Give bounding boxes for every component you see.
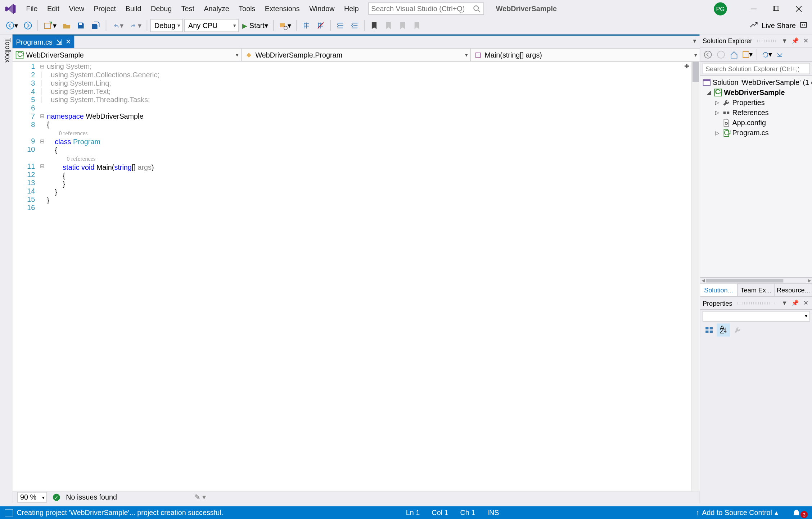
svg-rect-11 bbox=[79, 23, 82, 25]
se-tab-team[interactable]: Team Ex... bbox=[737, 284, 775, 296]
uncomment-button[interactable] bbox=[314, 19, 327, 32]
menu-view[interactable]: View bbox=[64, 2, 89, 15]
feedback-icon[interactable] bbox=[799, 21, 808, 29]
bookmark-next-button[interactable] bbox=[396, 19, 409, 32]
se-tab-solution[interactable]: Solution... bbox=[700, 284, 737, 296]
alphabetize-icon[interactable]: AZ bbox=[717, 323, 730, 336]
indent-button[interactable] bbox=[334, 19, 347, 32]
undo-button[interactable]: ▾ bbox=[109, 19, 126, 32]
toolbox-tab[interactable]: Toolbox bbox=[0, 35, 13, 504]
notifications-button[interactable]: 3 bbox=[792, 507, 808, 518]
redo-button[interactable]: ▾ bbox=[127, 19, 144, 32]
tree-references-node[interactable]: ▷ References bbox=[700, 108, 812, 118]
menu-help[interactable]: Help bbox=[339, 2, 364, 15]
pin-icon[interactable]: 📌 bbox=[791, 299, 799, 307]
menu-debug[interactable]: Debug bbox=[146, 2, 177, 15]
bookmark-button[interactable] bbox=[368, 19, 381, 32]
tree-properties-node[interactable]: ▷ Properties bbox=[700, 97, 812, 108]
outdent-button[interactable] bbox=[348, 19, 361, 32]
menu-project[interactable]: Project bbox=[89, 2, 121, 15]
properties-object-combo[interactable] bbox=[703, 311, 810, 322]
se-fwd-icon[interactable] bbox=[716, 49, 726, 60]
categorize-icon[interactable] bbox=[703, 323, 716, 336]
code-editor[interactable]: 12345678910111213141516 ⊟││││⊟ ⊟ ⊟ using… bbox=[13, 62, 700, 491]
csharp-file-icon: C# bbox=[722, 128, 730, 137]
main-toolbar: ▾ ▾ ▾ ▾ Debug Any CPU ▶Start ▾ ▾ Live Sh… bbox=[0, 17, 812, 35]
fold-gutter[interactable]: ⊟││││⊟ ⊟ ⊟ bbox=[40, 62, 47, 491]
menu-edit[interactable]: Edit bbox=[42, 2, 64, 15]
svg-text:C#: C# bbox=[724, 128, 730, 136]
open-file-button[interactable] bbox=[60, 19, 73, 32]
pencil-icon[interactable]: ✎ ▾ bbox=[194, 493, 206, 501]
platform-combo[interactable]: Any CPU bbox=[184, 19, 239, 32]
panel-close-icon[interactable]: ✕ bbox=[802, 299, 810, 307]
live-share-button[interactable]: Live Share bbox=[749, 21, 808, 29]
start-debug-button[interactable]: ▶Start ▾ bbox=[240, 19, 271, 32]
se-home-icon[interactable] bbox=[729, 49, 740, 60]
nav-back-button[interactable]: ▾ bbox=[4, 19, 20, 32]
panel-menu-icon[interactable]: ▼ bbox=[780, 36, 789, 45]
nav-fwd-button[interactable] bbox=[21, 19, 34, 32]
hscroll-right-icon[interactable]: ▶ bbox=[808, 278, 811, 283]
tree-appconfig-node[interactable]: App.config bbox=[700, 118, 812, 128]
save-all-button[interactable] bbox=[89, 19, 103, 32]
solution-explorer-search[interactable] bbox=[700, 62, 812, 76]
nav-class-combo[interactable]: WebDriverSample.Program bbox=[242, 49, 471, 61]
solution-tree[interactable]: Solution 'WebDriverSample' (1 of ◢ C# We… bbox=[700, 76, 812, 277]
menu-file[interactable]: File bbox=[21, 2, 42, 15]
nav-member-combo[interactable]: Main(string[] args) bbox=[471, 49, 699, 61]
svg-rect-3 bbox=[773, 6, 778, 11]
pin-icon[interactable]: ⇲ bbox=[56, 38, 62, 46]
output-icon[interactable] bbox=[5, 509, 13, 516]
quick-launch-input[interactable] bbox=[371, 4, 473, 13]
se-search-input[interactable] bbox=[703, 63, 810, 74]
menu-test[interactable]: Test bbox=[176, 2, 199, 15]
menu-extensions[interactable]: Extensions bbox=[260, 2, 304, 15]
editor-status-bar: 90 % ✓ No issues found ✎ ▾ bbox=[13, 491, 700, 504]
hscroll-thumb[interactable] bbox=[706, 279, 783, 282]
se-sync-icon[interactable]: ▾ bbox=[742, 49, 753, 60]
svg-point-16 bbox=[802, 24, 803, 26]
find-button[interactable]: ▾ bbox=[277, 19, 293, 32]
se-refresh-icon[interactable]: ▾ bbox=[761, 49, 772, 60]
menu-tools[interactable]: Tools bbox=[234, 2, 260, 15]
user-avatar[interactable]: PG bbox=[714, 3, 727, 15]
document-tab[interactable]: Program.cs ⇲ ✕ bbox=[13, 36, 75, 48]
menu-build[interactable]: Build bbox=[121, 2, 146, 15]
issues-label: No issues found bbox=[66, 493, 117, 501]
panel-close-icon[interactable]: ✕ bbox=[802, 36, 810, 45]
config-combo[interactable]: Debug bbox=[150, 19, 183, 32]
svg-rect-9 bbox=[45, 23, 51, 28]
maximize-button[interactable] bbox=[766, 3, 786, 15]
bookmark-prev-button[interactable] bbox=[382, 19, 395, 32]
new-project-button[interactable]: ▾ bbox=[41, 19, 59, 32]
tree-solution-node[interactable]: Solution 'WebDriverSample' (1 of bbox=[700, 77, 812, 87]
bookmark-clear-button[interactable] bbox=[411, 19, 424, 32]
quick-launch[interactable] bbox=[368, 3, 484, 15]
close-tab-icon[interactable]: ✕ bbox=[66, 38, 71, 46]
tab-overflow-icon[interactable]: ▼ bbox=[692, 38, 697, 44]
title-bar: File Edit View Project Build Debug Test … bbox=[0, 0, 812, 17]
se-tab-resource[interactable]: Resource... bbox=[775, 284, 812, 296]
prop-wrench-icon[interactable] bbox=[731, 323, 744, 336]
tree-programcs-node[interactable]: ▷ C# Program.cs bbox=[700, 128, 812, 138]
vertical-scrollbar[interactable] bbox=[691, 62, 700, 491]
zoom-combo[interactable]: 90 % bbox=[17, 492, 47, 503]
save-button[interactable] bbox=[74, 19, 87, 32]
se-back-icon[interactable] bbox=[703, 49, 713, 60]
code-content[interactable]: using System; using System.Collections.G… bbox=[47, 62, 691, 491]
se-collapse-icon[interactable] bbox=[775, 49, 785, 60]
comment-button[interactable] bbox=[300, 19, 313, 32]
pin-icon[interactable]: 📌 bbox=[791, 36, 799, 45]
menu-window[interactable]: Window bbox=[304, 2, 339, 15]
split-icon[interactable]: ✚ bbox=[684, 63, 689, 69]
close-button[interactable] bbox=[789, 3, 809, 15]
minimize-button[interactable] bbox=[744, 3, 764, 15]
source-control-button[interactable]: ↑ Add to Source Control ▴ bbox=[696, 509, 778, 517]
hscroll-left-icon[interactable]: ◀ bbox=[702, 278, 705, 283]
panel-menu-icon[interactable]: ▼ bbox=[780, 299, 789, 307]
svg-point-7 bbox=[6, 22, 14, 29]
nav-project-combo[interactable]: C# WebDriverSample bbox=[13, 49, 242, 61]
tree-project-node[interactable]: ◢ C# WebDriverSample bbox=[700, 87, 812, 97]
menu-analyze[interactable]: Analyze bbox=[199, 2, 234, 15]
